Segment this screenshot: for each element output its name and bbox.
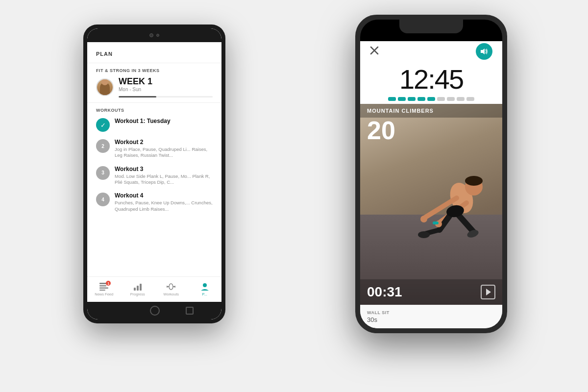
iphone-screen: 9:41 ▲ xyxy=(360,20,502,328)
progress-dot-3 xyxy=(408,97,416,101)
home-button[interactable] xyxy=(150,306,160,316)
newsfeed-badge: 1 xyxy=(106,281,111,286)
workout-info: Workout 4 Punches, Pause, Knee Up Downs,… xyxy=(115,192,213,212)
svg-point-12 xyxy=(203,283,207,287)
android-speaker xyxy=(156,34,159,37)
svg-rect-6 xyxy=(140,284,142,291)
svg-point-18 xyxy=(465,176,483,186)
svg-marker-15 xyxy=(481,49,485,54)
workout-desc: Jog in Place, Pause, Quadruped Li... Rai… xyxy=(115,147,213,159)
svg-rect-3 xyxy=(99,290,105,291)
svg-point-25 xyxy=(420,216,427,222)
workout-name: Workout 1: Tuesday xyxy=(115,118,213,124)
svg-rect-29 xyxy=(433,221,439,224)
nav-item-progress[interactable]: Progress xyxy=(121,282,155,296)
svg-point-7 xyxy=(169,284,173,290)
play-button[interactable] xyxy=(481,285,495,299)
workout-name: Workout 2 xyxy=(115,139,213,146)
workout-info: Workout 1: Tuesday xyxy=(115,118,213,125)
android-top-bar xyxy=(87,28,221,42)
nav-label-progress: Progress xyxy=(130,292,145,296)
workout-name: Workout 3 xyxy=(115,166,213,172)
battery-icon xyxy=(481,25,490,30)
next-exercise-label: WALL SIT xyxy=(367,310,495,315)
workout-info: Workout 3 Mod. Low Side Plank L, Pause, … xyxy=(115,166,213,186)
progress-dot-9 xyxy=(466,97,474,101)
workouts-icon xyxy=(166,282,176,291)
progress-dot-5 xyxy=(427,97,435,101)
plan-header: PLAN xyxy=(87,42,221,63)
svg-rect-11 xyxy=(174,286,175,288)
week-title: WEEK 1 xyxy=(119,77,213,86)
list-item[interactable]: 4 Workout 4 Punches, Pause, Knee Up Down… xyxy=(96,192,213,212)
workout-badge-4: 4 xyxy=(96,193,110,206)
week-section: FIT & STRONG IN 3 WEEKS WEEK 1 Mon - Sun xyxy=(87,63,221,103)
exercise-figure xyxy=(410,161,503,245)
close-button[interactable] xyxy=(370,46,379,57)
workout-badge-3: 3 xyxy=(96,166,110,180)
list-item[interactable]: 3 Workout 3 Mod. Low Side Plank L, Pause… xyxy=(96,166,213,186)
status-icons: ▲ xyxy=(464,24,490,30)
exercise-video: MOUNTAIN CLIMBERS 20 00:31 xyxy=(360,104,502,305)
recents-button[interactable] xyxy=(186,307,194,315)
exercise-rep-count: 20 xyxy=(367,118,395,143)
next-exercise-preview: WALL SIT 30s xyxy=(360,305,502,328)
avatar xyxy=(96,78,114,96)
list-item[interactable]: 2 Workout 2 Jog in Place, Pause, Quadrup… xyxy=(96,139,213,159)
progress-dot-6 xyxy=(437,97,445,101)
workouts-label: WORKOUTS xyxy=(96,108,213,113)
progress-dot-7 xyxy=(447,97,455,101)
week-dates: Mon - Sun xyxy=(119,87,213,92)
list-item[interactable]: ✓ Workout 1: Tuesday xyxy=(96,118,213,132)
exercise-name: MOUNTAIN CLIMBERS xyxy=(367,108,495,114)
bottom-nav: 1 News Feed Progress xyxy=(87,276,221,302)
nav-item-profile[interactable]: P... xyxy=(188,282,222,296)
progress-dot-4 xyxy=(417,97,425,101)
workout-info: Workout 2 Jog in Place, Pause, Quadruped… xyxy=(115,139,213,159)
workouts-section: WORKOUTS ✓ Workout 1: Tuesday 2 xyxy=(87,103,221,276)
week-progress-fill xyxy=(119,96,156,98)
android-home-bar xyxy=(87,302,221,319)
progress-dot-2 xyxy=(398,97,406,101)
exercise-countdown: 00:31 xyxy=(367,284,402,300)
wifi-icon: ▲ xyxy=(473,24,479,30)
plan-title: PLAN xyxy=(96,51,113,57)
timer-digits: 12:45 xyxy=(360,66,502,93)
status-time: 9:41 xyxy=(372,24,385,32)
progress-dot-8 xyxy=(457,97,465,101)
sound-button[interactable] xyxy=(476,43,492,60)
workout-screen: 12:45 xyxy=(360,41,502,328)
workout-top-bar xyxy=(360,41,502,64)
signal-icon xyxy=(464,25,472,30)
android-phone: PLAN FIT & STRONG IN 3 WEEKS WEEK 1 M xyxy=(83,24,225,323)
exercise-label-bar: MOUNTAIN CLIMBERS xyxy=(360,104,502,118)
iphone-x: 9:41 ▲ xyxy=(355,15,507,333)
nav-label-workouts: Workouts xyxy=(163,292,179,296)
week-progress-bar xyxy=(119,96,213,98)
next-exercise-duration: 30s xyxy=(367,316,495,323)
progress-icon xyxy=(133,282,143,291)
iphone-notch xyxy=(399,20,463,33)
profile-icon xyxy=(200,282,210,291)
android-content: PLAN FIT & STRONG IN 3 WEEKS WEEK 1 M xyxy=(87,42,221,302)
workout-name: Workout 4 xyxy=(115,192,213,199)
svg-rect-4 xyxy=(134,288,136,291)
svg-rect-5 xyxy=(137,286,139,291)
fit-strong-label: FIT & STRONG IN 3 WEEKS xyxy=(96,68,213,73)
play-icon xyxy=(486,289,491,295)
nav-item-workouts[interactable]: Workouts xyxy=(154,282,188,296)
android-camera xyxy=(149,33,153,37)
svg-rect-10 xyxy=(167,286,168,288)
progress-dot-1 xyxy=(388,97,396,101)
svg-rect-1 xyxy=(99,285,106,287)
svg-rect-2 xyxy=(99,288,108,289)
nav-label-profile: P... xyxy=(202,292,207,296)
workout-desc: Punches, Pause, Knee Up Downs,... Crunch… xyxy=(115,200,213,212)
svg-point-28 xyxy=(418,231,430,238)
timer-display: 12:45 xyxy=(360,64,502,104)
workout-badge-2: 2 xyxy=(96,139,110,153)
workout-desc: Mod. Low Side Plank L, Pause, Mo... Plan… xyxy=(115,173,213,186)
nav-item-newsfeed[interactable]: 1 News Feed xyxy=(87,282,121,296)
exercise-timer-bar: 00:31 xyxy=(360,279,502,305)
workout-badge-completed: ✓ xyxy=(96,118,110,132)
